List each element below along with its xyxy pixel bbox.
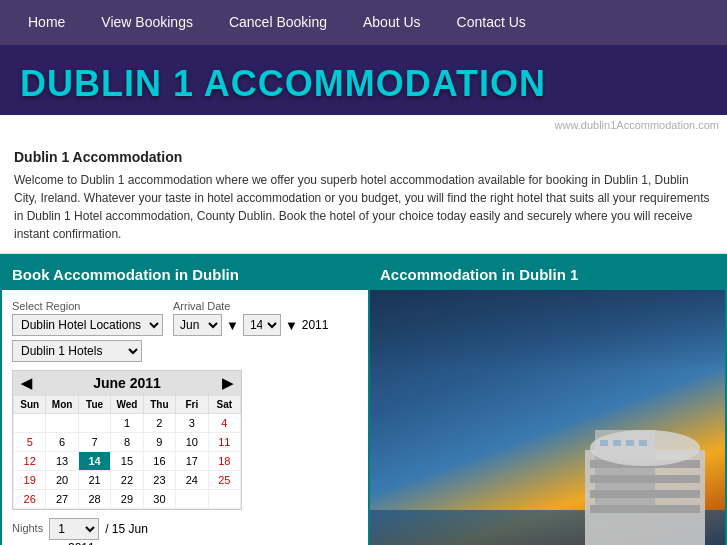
nav-home[interactable]: Home: [10, 0, 83, 45]
calendar-header: ◀ June 2011 ▶: [13, 371, 241, 395]
nights-year: 2011: [68, 541, 358, 545]
booking-form-panel: Book Accommodation in Dublin Select Regi…: [0, 257, 370, 545]
cal-day-cell[interactable]: 28: [78, 490, 110, 509]
nights-label: Nights: [12, 522, 43, 534]
cal-day-cell[interactable]: 3: [176, 414, 208, 433]
arrival-label: Arrival Date: [173, 300, 328, 312]
cal-day-cell[interactable]: 25: [208, 471, 240, 490]
cal-day-header: Sun: [14, 396, 46, 414]
cal-day-cell[interactable]: 12: [14, 452, 46, 471]
nav-about-us[interactable]: About Us: [345, 0, 439, 45]
building-svg: [575, 390, 715, 545]
nights-select[interactable]: 12345 67: [49, 518, 99, 540]
site-url: www.dublin1Accommodation.com: [0, 115, 727, 137]
cal-day-header: Thu: [143, 396, 175, 414]
cal-day-cell[interactable]: 1: [111, 414, 143, 433]
cal-day-cell[interactable]: 2: [143, 414, 175, 433]
cal-day-cell[interactable]: 5: [14, 433, 46, 452]
cal-day-header: Wed: [111, 396, 143, 414]
cal-day-header: Fri: [176, 396, 208, 414]
cal-day-cell[interactable]: 18: [208, 452, 240, 471]
nav-contact-us[interactable]: Contact Us: [439, 0, 544, 45]
arrow-icon: ▼: [226, 318, 239, 333]
hotel-select[interactable]: Dublin 1 Hotels: [12, 340, 142, 362]
photo-panel: Accommodation in Dublin 1: [370, 257, 727, 545]
region-label: Select Region: [12, 300, 163, 312]
svg-rect-8: [613, 440, 621, 446]
cal-day-cell[interactable]: 14: [78, 452, 110, 471]
cal-day-header: Sat: [208, 396, 240, 414]
cal-day-cell[interactable]: 24: [176, 471, 208, 490]
calendar-month-year: June 2011: [93, 375, 161, 391]
cal-day-cell[interactable]: 13: [46, 452, 78, 471]
calendar-grid: SunMonTueWedThuFriSat 123456789101112131…: [13, 395, 241, 509]
arrival-day-select[interactable]: 14: [243, 314, 281, 336]
nav-cancel-booking[interactable]: Cancel Booking: [211, 0, 345, 45]
intro-body: Welcome to Dublin 1 accommodation where …: [14, 171, 713, 243]
cal-day-cell: [78, 414, 110, 433]
svg-rect-3: [590, 475, 700, 483]
cal-day-cell[interactable]: 6: [46, 433, 78, 452]
cal-day-cell[interactable]: 9: [143, 433, 175, 452]
cal-day-cell[interactable]: 19: [14, 471, 46, 490]
cal-day-cell[interactable]: 26: [14, 490, 46, 509]
site-title: DUBLIN 1 ACCOMMODATION: [20, 63, 707, 105]
main-content: Book Accommodation in Dublin Select Regi…: [0, 254, 727, 545]
cal-day-cell[interactable]: 20: [46, 471, 78, 490]
cal-day-cell[interactable]: 10: [176, 433, 208, 452]
cal-day-cell[interactable]: 7: [78, 433, 110, 452]
next-month-btn[interactable]: ▶: [222, 375, 233, 391]
arrival-year: 2011: [302, 318, 329, 332]
calendar: ◀ June 2011 ▶ SunMonTueWedThuFriSat 1234…: [12, 370, 242, 510]
booking-form-heading: Book Accommodation in Dublin: [2, 259, 368, 290]
svg-rect-5: [590, 505, 700, 513]
nights-row: Nights 12345 67 / 15 Jun: [12, 518, 358, 540]
photo-panel-heading: Accommodation in Dublin 1: [370, 259, 725, 290]
photo-bg: [370, 290, 725, 545]
cal-day-cell[interactable]: 11: [208, 433, 240, 452]
hero-section: DUBLIN 1 ACCOMMODATION: [0, 45, 727, 115]
svg-point-6: [590, 430, 700, 466]
nav-view-bookings[interactable]: View Bookings: [83, 0, 211, 45]
prev-month-btn[interactable]: ◀: [21, 375, 32, 391]
region-select[interactable]: Dublin Hotel Locations: [12, 314, 163, 336]
cal-day-cell[interactable]: 23: [143, 471, 175, 490]
cal-day-cell[interactable]: 27: [46, 490, 78, 509]
cal-day-cell: [46, 414, 78, 433]
navigation: Home View Bookings Cancel Booking About …: [0, 0, 727, 45]
cal-day-cell[interactable]: 15: [111, 452, 143, 471]
cal-day-header: Tue: [78, 396, 110, 414]
cal-day-cell[interactable]: 4: [208, 414, 240, 433]
arrival-month-select[interactable]: JunJanFebMar AprMayJulAug SepOctNovDec: [173, 314, 222, 336]
cal-day-cell[interactable]: 8: [111, 433, 143, 452]
cal-day-cell: [208, 490, 240, 509]
cal-day-cell[interactable]: 30: [143, 490, 175, 509]
cal-day-cell[interactable]: 29: [111, 490, 143, 509]
cal-day-cell: [176, 490, 208, 509]
svg-rect-4: [590, 490, 700, 498]
cal-day-cell[interactable]: 21: [78, 471, 110, 490]
cal-day-header: Mon: [46, 396, 78, 414]
nights-suffix: / 15 Jun: [105, 522, 148, 536]
intro-section: Dublin 1 Accommodation Welcome to Dublin…: [0, 137, 727, 254]
cal-day-cell: [14, 414, 46, 433]
arrow-icon2: ▼: [285, 318, 298, 333]
intro-heading: Dublin 1 Accommodation: [14, 149, 713, 165]
svg-rect-7: [600, 440, 608, 446]
svg-rect-10: [639, 440, 647, 446]
svg-rect-9: [626, 440, 634, 446]
cal-day-cell[interactable]: 22: [111, 471, 143, 490]
cal-day-cell[interactable]: 16: [143, 452, 175, 471]
cal-day-cell[interactable]: 17: [176, 452, 208, 471]
